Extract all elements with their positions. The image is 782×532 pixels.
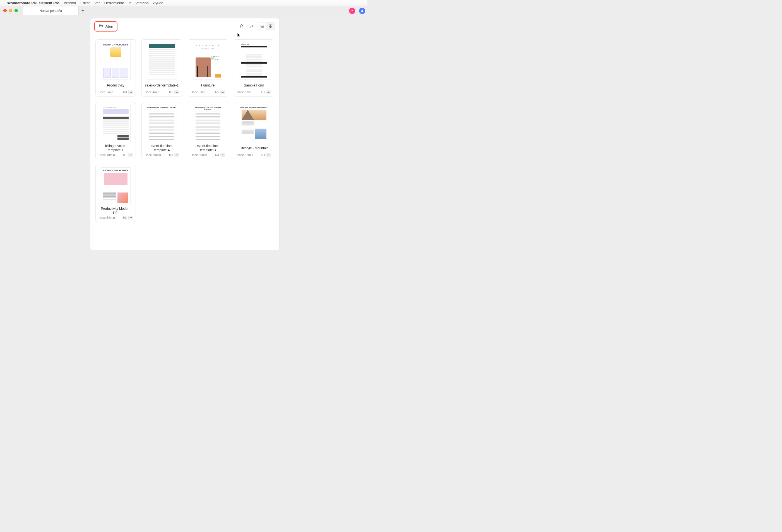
tab-label: Nueva pestaña xyxy=(40,9,62,13)
document-time: Hace 54min xyxy=(99,216,115,219)
document-card[interactable]: sales-order-template-1 Hace 4min 1/1 ••• xyxy=(141,39,182,97)
fullscreen-window-icon[interactable] xyxy=(14,9,18,12)
menu-editar[interactable]: Editar xyxy=(80,1,90,5)
document-more-button[interactable]: ••• xyxy=(174,90,179,94)
document-title: Productivity xyxy=(97,81,134,90)
document-title: event-timeline-template-3 xyxy=(190,144,226,152)
panel-header: Abrir xyxy=(91,19,279,34)
document-card[interactable]: Your Company Name billing-invoice-templa… xyxy=(96,102,136,159)
document-thumbnail: C O L U M B I ACOLLECTIVEINSPIRED BY THE… xyxy=(193,42,223,79)
document-page-count: 1/5 xyxy=(215,91,219,94)
document-page-count: 1/1 xyxy=(261,91,265,94)
document-more-button[interactable]: ••• xyxy=(128,216,133,219)
document-meta: Hace 5min 1/5 ••• xyxy=(190,90,226,94)
list-view-button[interactable] xyxy=(258,23,266,30)
tab-strip: Nueva pestaña + ✦ xyxy=(0,6,367,15)
open-file-label: Abrir xyxy=(105,24,113,29)
menu-ir[interactable]: Ir xyxy=(129,1,131,5)
promo-badge-icon[interactable]: ✦ xyxy=(349,8,355,14)
document-meta: Hace 8min 1/1 ••• xyxy=(236,90,272,94)
document-time: Hace 2min xyxy=(99,91,113,94)
document-meta: Hace 38min 4/4 ••• xyxy=(236,152,272,157)
document-card[interactable]: HOW ARE MOUNTAINS FORMED? Lifestyle - Mo… xyxy=(234,102,274,159)
tab-new[interactable]: Nueva pestaña xyxy=(23,6,79,15)
document-thumbnail xyxy=(147,42,177,79)
document-title: sales-order-template-1 xyxy=(143,81,180,90)
document-card[interactable]: PROMOTE PRODUCTIVITY Productivity Modern… xyxy=(96,165,136,222)
minimize-window-icon[interactable] xyxy=(9,9,12,12)
new-tab-button[interactable]: + xyxy=(79,6,87,15)
document-page-count: 1/3 xyxy=(122,91,127,94)
svg-rect-2 xyxy=(269,25,271,26)
document-title: Lifestyle - Mountain xyxy=(236,144,272,152)
document-page-count: 3/3 xyxy=(122,216,127,219)
document-meta: Hace 4min 1/1 ••• xyxy=(143,90,180,94)
document-time: Hace 30min xyxy=(144,153,161,156)
svg-rect-4 xyxy=(269,27,271,28)
app-name[interactable]: Wondershare PDFelement Pro xyxy=(7,1,60,5)
menu-ventana[interactable]: Ventana xyxy=(135,1,149,5)
svg-rect-0 xyxy=(261,25,264,26)
document-more-button[interactable]: ••• xyxy=(266,153,271,157)
document-meta: Hace 30min 1/3 ••• xyxy=(190,152,226,157)
grid-view-button[interactable] xyxy=(266,23,275,30)
document-thumbnail: Timeline and Checklist for Event Plannin… xyxy=(193,105,223,142)
sort-icon[interactable] xyxy=(247,22,255,30)
document-more-button[interactable]: ••• xyxy=(220,153,225,157)
document-more-button[interactable]: ••• xyxy=(174,153,179,157)
document-time: Hace 4min xyxy=(144,91,159,94)
document-title: Furniture xyxy=(190,81,226,90)
window-controls xyxy=(3,9,18,12)
document-meta: Hace 2min 1/3 ••• xyxy=(97,90,134,94)
document-time: Hace 30min xyxy=(191,153,207,156)
document-thumbnail: HOW ARE MOUNTAINS FORMED? xyxy=(239,105,269,142)
document-more-button[interactable]: ••• xyxy=(128,90,133,94)
document-page-count: 1/1 xyxy=(122,153,127,156)
mac-menubar: Wondershare PDFelement Pro Archivo Edita… xyxy=(0,0,367,6)
document-card[interactable]: PANACEA Sample Form Hace 8min 1/1 ••• xyxy=(234,39,274,97)
close-window-icon[interactable] xyxy=(3,9,7,12)
document-card[interactable]: Timeline and Checklist for Event Plannin… xyxy=(188,102,228,159)
document-meta: Hace 19min 1/1 ••• xyxy=(97,152,134,157)
document-page-count: 4/4 xyxy=(261,153,265,156)
document-more-button[interactable]: ••• xyxy=(266,90,271,94)
svg-rect-5 xyxy=(271,27,272,28)
document-more-button[interactable]: ••• xyxy=(220,90,225,94)
menu-ver[interactable]: Ver xyxy=(94,1,100,5)
app-window: Nueva pestaña + ✦ Abrir xyxy=(0,6,367,250)
svg-rect-3 xyxy=(271,25,272,26)
document-page-count: 1/1 xyxy=(169,91,173,94)
menu-herramienta[interactable]: Herramienta xyxy=(104,1,125,5)
document-time: Hace 38min xyxy=(237,153,253,156)
recent-files-panel: Abrir PROMOTE PROD xyxy=(91,19,279,250)
document-title: event-timeline-template-4 xyxy=(143,144,180,152)
document-page-count: 1/4 xyxy=(169,153,173,156)
document-meta: Hace 54min 3/3 ••• xyxy=(97,215,134,219)
document-card[interactable]: C O L U M B I ACOLLECTIVEINSPIRED BY THE… xyxy=(188,39,228,97)
document-thumbnail: PROMOTE PRODUCTIVITY xyxy=(101,42,131,79)
document-thumbnail: Your Company Name xyxy=(101,105,131,142)
document-page-count: 1/3 xyxy=(215,153,219,156)
document-title: billing-invoice-template-1 xyxy=(97,144,134,152)
document-time: Hace 8min xyxy=(237,91,252,94)
document-thumbnail: PROMOTE PRODUCTIVITY xyxy=(101,167,131,205)
document-more-button[interactable]: ••• xyxy=(128,153,133,157)
document-time: Hace 5min xyxy=(191,91,206,94)
pin-icon[interactable] xyxy=(238,22,245,30)
document-thumbnail: PANACEA xyxy=(239,42,269,79)
document-thumbnail: Event Planning Timeline & Checklist xyxy=(147,105,177,142)
view-toggle xyxy=(257,22,275,30)
documents-grid: PROMOTE PRODUCTIVITY Productivity Hace 2… xyxy=(91,34,279,250)
account-icon[interactable] xyxy=(359,8,365,14)
document-title: Sample Form xyxy=(236,81,272,90)
menu-archivo[interactable]: Archivo xyxy=(64,1,76,5)
folder-open-icon xyxy=(99,24,103,29)
document-time: Hace 19min xyxy=(99,153,115,156)
document-card[interactable]: Event Planning Timeline & Checklist even… xyxy=(141,102,182,159)
menu-ayuda[interactable]: Ayuda xyxy=(153,1,164,5)
open-file-button[interactable]: Abrir xyxy=(94,21,117,32)
document-title: Productivity Modern Life xyxy=(97,207,134,215)
document-meta: Hace 30min 1/4 ••• xyxy=(143,152,180,157)
document-card[interactable]: PROMOTE PRODUCTIVITY Productivity Hace 2… xyxy=(96,39,136,97)
svg-rect-1 xyxy=(261,27,264,27)
